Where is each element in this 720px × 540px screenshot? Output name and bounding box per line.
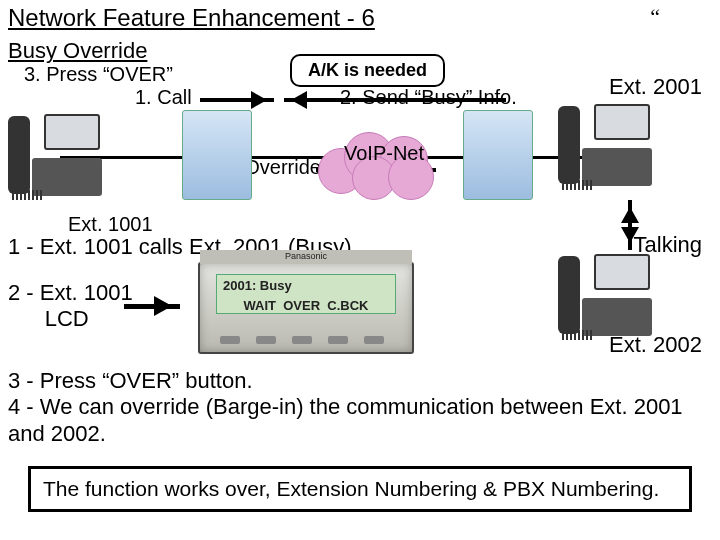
label-ext2001: Ext. 2001 — [609, 74, 702, 100]
phone-lcd-panel: Panasonic 2001: Busy WAIT OVER C.BCK — [198, 262, 414, 354]
ak-badge: A/K is needed — [290, 54, 445, 87]
step-3: 3 - Press “OVER” button. — [8, 368, 708, 394]
lcd-softkey-icon — [220, 336, 240, 344]
lcd-softkey-icon — [256, 336, 276, 344]
voip-cloud-icon — [322, 130, 442, 200]
pbx-right — [463, 110, 533, 200]
step-2-line2: LCD — [8, 306, 89, 331]
label-ext2002: Ext. 2002 — [609, 332, 702, 358]
section-subtitle: Busy Override — [8, 38, 147, 64]
lcd-line1: 2001: Busy — [223, 278, 389, 294]
phone-ext1001 — [6, 110, 106, 200]
lcd-softkey-icon — [328, 336, 348, 344]
footer-note: The function works over, Extension Numbe… — [28, 466, 692, 512]
arrow-call — [200, 98, 274, 102]
lcd-display: 2001: Busy WAIT OVER C.BCK — [216, 274, 396, 314]
page-title: Network Feature Enhancement - 6 — [8, 4, 375, 32]
arrow-sendbusy — [284, 98, 506, 102]
phone-ext2001 — [556, 100, 656, 190]
phone-ext2002 — [556, 250, 656, 340]
decorative-quote: “ — [650, 4, 660, 30]
flow-step-call: 1. Call — [135, 86, 192, 109]
flow-step-press: 3. Press “OVER” — [24, 63, 173, 86]
arrow-to-lcd — [124, 304, 180, 309]
lcd-softkey-icon — [364, 336, 384, 344]
talking-arrow — [628, 200, 632, 250]
voip-label: VoIP-Net — [344, 142, 424, 165]
step-2: 2 - Ext. 1001 LCD — [8, 280, 133, 333]
step-4: 4 - We can override (Barge-in) the commu… — [8, 394, 708, 447]
lcd-softkey-icon — [292, 336, 312, 344]
pbx-left — [182, 110, 252, 200]
label-ext1001: Ext. 1001 — [68, 213, 153, 236]
lcd-brand: Panasonic — [200, 250, 412, 264]
step-2-line1: 2 - Ext. 1001 — [8, 280, 133, 305]
steps-3-4: 3 - Press “OVER” button. 4 - We can over… — [8, 368, 708, 447]
talking-label: Talking — [634, 232, 702, 258]
lcd-line2: WAIT OVER C.BCK — [223, 298, 389, 314]
